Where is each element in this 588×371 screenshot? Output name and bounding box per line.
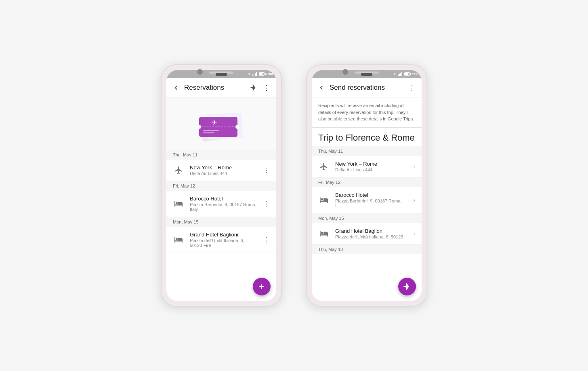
app-bar-2: Send reservations ⋮ — [312, 78, 422, 97]
hotel-icon-2 — [173, 234, 184, 245]
ticket-illustration: ✈ — [189, 101, 254, 146]
flight-icon-1 — [173, 164, 184, 176]
flight-sub-1: Delta Air Lines 444 — [190, 171, 258, 176]
section-header-2-date-2: Fri, May 12 — [312, 177, 422, 187]
list-item-hotel-2[interactable]: Grand Hotel Baglioni Piazza dell'Unità I… — [166, 227, 276, 253]
section-header-2-date-4: Thu, May 18 — [312, 245, 422, 254]
svg-point-5 — [197, 125, 201, 129]
flight-content-1: New York – Rome Delta Air Lines 444 — [190, 164, 258, 176]
battery-icon-1 — [259, 72, 265, 76]
signal-bar-2-4 — [401, 72, 402, 76]
add-fab-1[interactable]: + — [253, 278, 271, 295]
hotel-icon-1 — [173, 198, 184, 209]
more-button-2[interactable]: ⋮ — [405, 81, 418, 94]
flight-sub-2: Delta Air Lines 444 — [335, 167, 407, 172]
hotel-content-4: Grand Hotel Baglioni Piazza dell'Unità I… — [335, 228, 407, 239]
hotel-title-2: Grand Hotel Baglioni — [190, 232, 258, 238]
hotel-sub-3: Piazza Barberini, 9, 00187 Roma, It... — [335, 198, 407, 208]
status-time-1: 7:00 — [266, 72, 273, 76]
hotel-icon-4 — [318, 228, 330, 239]
back-button-2[interactable] — [315, 81, 328, 94]
flight-content-2: New York – Rome Delta Air Lines 444 — [335, 161, 407, 172]
hotel-more-1[interactable]: ⋮ — [263, 200, 270, 208]
wifi-icon-1: ▾ — [248, 72, 250, 76]
svg-marker-11 — [403, 282, 409, 291]
send-icon-1 — [250, 84, 257, 91]
signal-bar-2 — [254, 74, 254, 76]
hotel-sub-2: Piazza dell'Unità Italiana, 6, 50123 Fir… — [190, 238, 258, 248]
phones-container: ▾ 7:00 — [161, 64, 427, 307]
info-text: Recipients will receive an email includi… — [318, 103, 414, 121]
phone-2-screen: ▾ 7:00 — [312, 70, 422, 301]
section-header-1-date-3: Mon, May 15 — [166, 217, 276, 227]
signal-bar-4 — [256, 72, 257, 76]
list-item-hotel-4[interactable]: Grand Hotel Baglioni Piazza dell'Unità I… — [312, 223, 422, 245]
more-dots-icon-1: ⋮ — [263, 83, 270, 92]
flight-title-2: New York – Rome — [335, 161, 407, 167]
list-item-flight-2[interactable]: New York – Rome Delta Air Lines 444 › — [312, 156, 422, 177]
plus-icon-1: + — [259, 282, 265, 291]
svg-rect-10 — [203, 132, 214, 133]
status-time-2: 7:00 — [411, 72, 418, 76]
content-2: Recipients will receive an email includi… — [312, 97, 422, 301]
svg-marker-0 — [250, 84, 256, 91]
app-bar-title-2: Send reservations — [330, 84, 405, 92]
hotel-content-2: Grand Hotel Baglioni Piazza dell'Unità I… — [190, 232, 258, 248]
flight-more-1[interactable]: ⋮ — [263, 167, 270, 174]
list-item-hotel-3[interactable]: Barocco Hotel Piazza Barberini, 9, 00187… — [312, 187, 422, 213]
app-bar-1: Reservations ⋮ — [166, 78, 276, 97]
trip-title: Trip to Florence & Rome — [312, 128, 422, 146]
hotel-content-3: Barocco Hotel Piazza Barberini, 9, 00187… — [335, 192, 407, 208]
section-header-2-date-1: Thu, May 11 — [312, 146, 422, 156]
hotel-title-1: Barocco Hotel — [190, 196, 258, 202]
signal-bar-2-1 — [398, 74, 399, 76]
phone-1: ▾ 7:00 — [161, 64, 282, 307]
more-dots-icon-2: ⋮ — [408, 83, 416, 92]
section-header-2-date-3: Mon, May 15 — [312, 213, 422, 223]
status-bar-right-2: ▾ 7:00 — [394, 72, 418, 76]
speaker-1 — [216, 73, 227, 76]
hotel-sub-4: Piazza dell'Unità Italiana, 6, 50123 — [335, 234, 407, 239]
list-item-hotel-1[interactable]: Barocco Hotel Piazza Barberini, 9, 00187… — [166, 191, 276, 217]
chevron-icon-1: › — [413, 163, 415, 170]
battery-fill-2 — [405, 73, 408, 75]
send-icon-2 — [403, 282, 411, 291]
chevron-icon-2: › — [413, 197, 415, 203]
hotel-more-2[interactable]: ⋮ — [263, 236, 270, 244]
signal-bar-1 — [252, 74, 253, 76]
send-button-1[interactable] — [247, 81, 260, 94]
back-arrow-icon-1 — [172, 84, 180, 91]
list-item-flight-1[interactable]: New York – Rome Delta Air Lines 444 ⋮ — [166, 160, 276, 181]
hotel-content-1: Barocco Hotel Piazza Barberini, 9, 00187… — [190, 196, 258, 212]
signal-icon-1 — [252, 72, 257, 76]
svg-point-6 — [235, 125, 239, 129]
app-bar-title-1: Reservations — [184, 84, 247, 92]
flight-icon-2 — [318, 161, 330, 172]
hotel-sub-1: Piazza Barberini, 9, 00187 Roma, Italy — [190, 202, 258, 212]
section-header-1-date-2: Fri, May 12 — [166, 181, 276, 191]
camera-1 — [197, 69, 203, 75]
signal-bar-3 — [255, 73, 256, 76]
signal-bar-2-2 — [399, 74, 400, 76]
phone-2: ▾ 7:00 — [306, 64, 427, 307]
section-header-1-date-1: Thu, May 11 — [166, 150, 276, 160]
chevron-icon-3: › — [413, 230, 415, 237]
battery-fill-1 — [259, 73, 262, 75]
more-button-1[interactable]: ⋮ — [260, 81, 273, 94]
svg-text:✈: ✈ — [211, 118, 217, 126]
battery-icon-2 — [404, 72, 410, 76]
phone-1-screen: ▾ 7:00 — [166, 70, 276, 301]
content-1: ✈ Thu, May 11 New York – Rome Delta Air … — [166, 97, 276, 301]
status-bar-right-1: ▾ 7:00 — [248, 72, 273, 76]
flight-title-1: New York – Rome — [190, 164, 258, 171]
info-banner: Recipients will receive an email includi… — [312, 97, 422, 128]
hero-area-1: ✈ — [166, 97, 276, 150]
hotel-title-3: Barocco Hotel — [335, 192, 407, 198]
back-button-1[interactable] — [170, 81, 183, 94]
camera-2 — [342, 69, 348, 75]
speaker-2 — [361, 73, 372, 76]
signal-bar-2-3 — [400, 73, 401, 76]
send-fab-2[interactable] — [398, 278, 416, 295]
svg-rect-9 — [203, 130, 219, 131]
hotel-title-4: Grand Hotel Baglioni — [335, 228, 407, 234]
